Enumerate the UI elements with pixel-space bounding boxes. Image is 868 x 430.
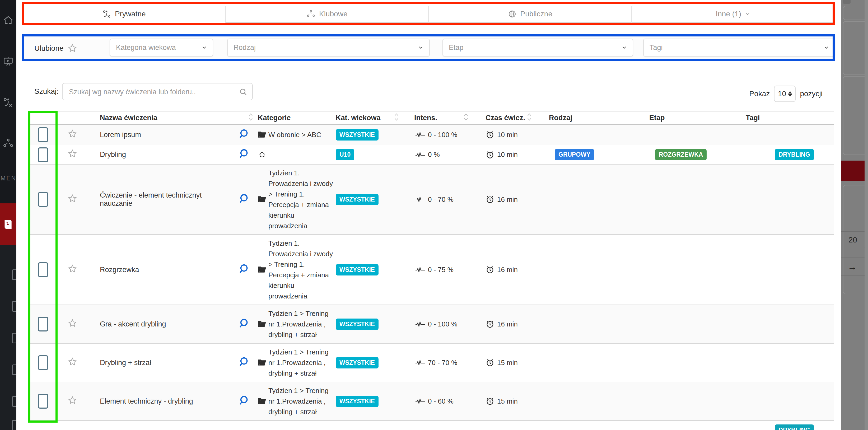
table-row: Element techniczny - dryblingTydzien 1 >… [28, 382, 834, 421]
table-row: Lorem ipsumW obronie > ABCWSZYSTKIE0 - 1… [28, 125, 834, 145]
filter-bar: Ulubione Kategoria wiekowa Rodzaj Etap T… [24, 37, 833, 60]
sidebar-presentation-icon[interactable] [0, 41, 17, 82]
row-checkbox[interactable] [38, 317, 48, 332]
header-age[interactable]: Kat. wiekowa [334, 112, 412, 124]
folder-icon [258, 129, 268, 140]
page-size-select[interactable]: 10 [774, 86, 796, 102]
tag-badge: DRYBLING [775, 425, 814, 430]
row-favorite-cell [58, 344, 87, 382]
age-category-cell: WSZYSTKIE [334, 164, 412, 234]
intensity-cell: 0 % [412, 145, 484, 164]
page-size-suffix: pozycji [800, 90, 823, 98]
rodzaj-dropdown[interactable]: Rodzaj [227, 38, 430, 57]
sort-icon[interactable] [463, 113, 469, 123]
search-icon [239, 88, 248, 96]
exercise-name[interactable]: Gra - akcent drybling [87, 305, 231, 343]
spinner-icon[interactable] [788, 91, 792, 97]
row-details-cell [231, 382, 256, 420]
age-badge: WSZYSTKIE [336, 264, 378, 275]
row-checkbox[interactable] [38, 147, 48, 162]
exercise-category: W obronie > ABC [256, 126, 334, 143]
tagi-dropdown[interactable]: Tagi [643, 38, 835, 57]
row-checkbox[interactable] [38, 192, 48, 207]
star-icon[interactable] [68, 318, 77, 330]
exercise-name[interactable]: Lorem ipsum [87, 125, 231, 145]
exercise-name[interactable]: Element techniczny - drybling [87, 382, 231, 420]
kind-cell [547, 344, 647, 382]
star-icon[interactable] [68, 194, 77, 205]
intensity-cell: 0 - 75 % [412, 235, 484, 305]
stage-cell: ROZGRZEWKA [647, 145, 744, 164]
tab-inne[interactable]: Inne (1) [631, 6, 834, 23]
etap-dropdown[interactable]: Etap [442, 38, 633, 57]
clock-icon [486, 265, 495, 274]
age-category-dropdown[interactable]: Kategoria wiekowa [110, 38, 213, 57]
favorites-toggle[interactable]: Ulubione [34, 43, 78, 53]
row-checkbox[interactable] [38, 262, 48, 277]
exercise-name[interactable]: Drybling + strzał [87, 344, 231, 382]
header-time[interactable]: Czas ćwicz. [484, 112, 547, 124]
age-category-cell: WSZYSTKIE [334, 125, 412, 145]
table-row: Zabawa ruchowa "berek samolot"Tydzien 1 … [28, 421, 834, 430]
header-name[interactable]: Nazwa ćwiczenia [87, 112, 256, 124]
details-magnifier-icon[interactable] [238, 264, 249, 276]
details-magnifier-icon[interactable] [238, 357, 249, 369]
tab-klubowe[interactable]: Klubowe [225, 6, 429, 23]
row-details-cell [231, 305, 256, 343]
header-intensity[interactable]: Intens. [412, 112, 484, 124]
row-checkbox-cell [28, 125, 58, 145]
tab-publiczne[interactable]: Publiczne [428, 6, 631, 23]
details-magnifier-icon[interactable] [238, 148, 249, 161]
row-checkbox[interactable] [38, 394, 48, 409]
age-category-cell: WSZYSTKIE [334, 305, 412, 343]
tab-prywatne[interactable]: Prywatne [23, 6, 225, 23]
dimmed-red-block [841, 161, 868, 181]
clock-icon [486, 397, 495, 406]
club-icon [306, 9, 315, 19]
header-kind: Rodzaj [547, 112, 647, 124]
sidebar-active-item[interactable] [0, 204, 17, 245]
age-category-cell: U8U9 [334, 421, 412, 430]
star-icon[interactable] [68, 149, 77, 160]
dimmed-card [843, 76, 868, 155]
row-checkbox[interactable] [38, 127, 48, 142]
scrollbar[interactable] [865, 0, 868, 430]
sort-icon[interactable] [394, 113, 399, 123]
sidebar-tactics-icon[interactable] [0, 82, 17, 123]
star-icon[interactable] [68, 129, 77, 141]
details-magnifier-icon[interactable] [238, 193, 249, 206]
tab-label: Klubowe [319, 10, 347, 18]
star-icon[interactable] [68, 396, 77, 407]
details-magnifier-icon[interactable] [238, 395, 249, 407]
details-magnifier-icon[interactable] [238, 318, 249, 331]
clock-icon [486, 195, 495, 204]
age-badge: WSZYSTKIE [336, 194, 378, 205]
sidebar-team-icon[interactable] [0, 123, 17, 164]
row-favorite-cell [58, 305, 87, 343]
row-details-cell [231, 235, 256, 305]
row-favorite-cell [58, 382, 87, 420]
tab-label: Publiczne [520, 10, 552, 18]
search-input[interactable] [68, 85, 233, 99]
row-favorite-cell [58, 125, 87, 145]
row-checkbox[interactable] [38, 355, 48, 370]
dropdown-placeholder: Etap [449, 43, 464, 52]
details-magnifier-icon[interactable] [238, 129, 249, 141]
sort-icon[interactable] [526, 113, 532, 123]
intensity-cell: 70 - 70 % [412, 344, 484, 382]
star-icon[interactable] [68, 357, 77, 368]
intensity-cell: 0 - 100 % [412, 305, 484, 343]
exercise-name[interactable]: Drybling [87, 145, 231, 164]
globe-icon [508, 9, 517, 19]
table-row: RozgrzewkaTydzien 1. Prowadzenia i zwody… [28, 235, 834, 305]
row-details-cell [231, 145, 256, 164]
tags-cell [744, 125, 834, 145]
exercise-name[interactable]: Rozgrzewka [87, 235, 231, 305]
star-icon[interactable] [68, 264, 77, 275]
exercise-name[interactable]: Zabawa ruchowa "berek samolot" [87, 421, 231, 430]
stage-cell [647, 235, 744, 305]
sort-icon[interactable] [248, 113, 254, 123]
sidebar-home-icon[interactable] [0, 0, 17, 41]
exercise-name[interactable]: Ćwiczenie - element technicznyt nauczani… [87, 164, 231, 234]
time-cell: 10 min [484, 421, 547, 430]
